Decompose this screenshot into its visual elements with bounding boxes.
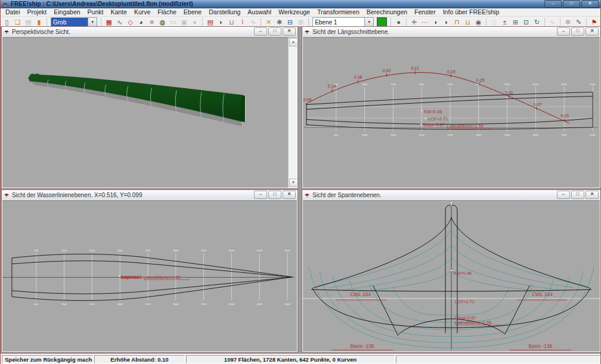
image-icon[interactable]: ⊡ (521, 17, 531, 27)
resistance-icon[interactable]: ⊔ (227, 17, 237, 27)
chevron-down-icon[interactable]: ▼ (364, 18, 373, 27)
exit-door-icon[interactable]: ▮ (34, 17, 44, 27)
pencil-icon[interactable]: ✎ (574, 17, 584, 27)
svg-text:1500: 1500 (391, 133, 396, 136)
view-scrollbar[interactable]: ▲ ▼ (288, 38, 297, 188)
menu-item[interactable]: Auswahl (244, 8, 275, 16)
lock-icon[interactable]: ⊓ (452, 17, 462, 27)
svg-text:KM=0.46: KM=0.46 (454, 270, 472, 276)
menu-item[interactable]: Punkt (84, 8, 107, 16)
minimize-button[interactable]: – (254, 27, 267, 36)
chevron-down-icon[interactable]: ▼ (88, 18, 97, 27)
svg-text:4000: 4000 (533, 83, 539, 86)
maximize-button[interactable]: □ (563, 0, 580, 8)
svg-text:5000: 5000 (284, 249, 290, 252)
grid-window-icon[interactable]: ⊞ (510, 17, 521, 27)
minimize-button[interactable]: – (557, 191, 570, 199)
menu-item[interactable]: Info über FREE!ship (439, 8, 503, 16)
scroll-down-icon[interactable]: ▼ (289, 179, 297, 187)
svg-text:Lateralfläche=1.55: Lateralfläche=1.55 (144, 275, 181, 280)
menu-item[interactable]: Eingaben (50, 8, 83, 16)
new-document-icon[interactable]: ▯ (2, 17, 12, 27)
menu-item[interactable]: Kante (107, 8, 130, 16)
svg-text:4000: 4000 (229, 303, 235, 306)
waterlines-titlebar[interactable]: Sicht der Wasserlinienebenen. X=0.516, Y… (2, 190, 298, 200)
close-button[interactable]: ✕ (585, 191, 599, 199)
minimize-button[interactable]: – (544, 0, 562, 8)
toolbar-separator (202, 18, 203, 27)
move-point-icon[interactable]: ✛ (409, 17, 419, 27)
open-folder-icon[interactable]: ❏ (13, 17, 23, 27)
profile-canvas[interactable]: 5005001000100015001500200020002500250030… (303, 37, 600, 188)
restore-button[interactable]: □ (268, 27, 281, 36)
hull-3d-render (2, 38, 289, 188)
hydrostatics-icon[interactable]: ◗ (216, 17, 226, 27)
close-button[interactable]: ✕ (585, 27, 599, 36)
lamp-icon[interactable]: ⚑ (589, 17, 599, 27)
close-button[interactable]: ✕ (581, 0, 599, 8)
profile-view-window[interactable]: Sicht der Längsschnittebene. – □ ✕ 50050… (302, 26, 601, 189)
menu-item[interactable]: Kurve (131, 8, 154, 16)
wireframe-icon[interactable]: ▦ (104, 17, 114, 27)
cut-icon[interactable]: ✕ (264, 17, 274, 27)
perspective-view-window[interactable]: Perspektivische Sicht. – □ ✕ (1, 26, 298, 189)
menu-item[interactable]: Fenster (411, 8, 439, 16)
add-plane-icon[interactable]: ± (500, 17, 510, 27)
lasso-icon[interactable]: ⌇ (237, 17, 247, 27)
menu-item[interactable]: Ebene (180, 8, 205, 16)
perspective-canvas[interactable]: ▲ ▼ (2, 37, 297, 188)
rotate-icon[interactable]: ↻ (532, 17, 542, 27)
layer-color-swatch[interactable] (377, 17, 387, 27)
blob-icon[interactable]: ● (394, 17, 404, 27)
profile-titlebar[interactable]: Sicht der Längsschnittebene. – □ ✕ (302, 27, 600, 36)
bodyplan-titlebar[interactable]: Sicht der Spantenebenen. – □ ✕ (302, 190, 600, 200)
waterlines-view-window[interactable]: Sicht der Wasserlinienebenen. X=0.516, Y… (1, 189, 298, 353)
report-icon[interactable]: ▤ (205, 17, 215, 27)
view-title: Sicht der Wasserlinienebenen. X=0.516, Y… (12, 192, 142, 198)
svg-text:4000: 4000 (533, 133, 539, 136)
view-logo-icon (4, 29, 10, 35)
svg-text:Lateralfläche=1.55: Lateralfläche=1.55 (455, 320, 492, 325)
dots-icon[interactable]: ⋯ (420, 17, 430, 27)
menu-item[interactable]: Darstellung (205, 8, 244, 16)
restore-button[interactable]: □ (268, 191, 281, 199)
layer-combo[interactable]: Ebene 1 ▼ (312, 17, 374, 27)
waterlines-canvas[interactable]: 5005001000100015001500200020002500250030… (2, 200, 297, 351)
wing-right-icon[interactable]: ◗ (441, 17, 451, 27)
star-icon[interactable]: ❊ (563, 17, 573, 27)
minimize-button[interactable]: – (254, 191, 267, 199)
monitor-icon[interactable]: ⊟ (285, 17, 295, 27)
minimize-button[interactable]: – (557, 27, 570, 36)
menu-item[interactable]: Transformieren (314, 8, 363, 16)
bodyplan-view-window[interactable]: Sicht der Spantenebenen. – □ ✕ (302, 189, 601, 353)
window-title: FREE!ship : C:\Users\Andreas\Desktop\unt… (11, 1, 193, 8)
main-titlebar[interactable]: FREE!ship : C:\Users\Andreas\Desktop\unt… (1, 0, 600, 8)
restore-button[interactable]: □ (571, 27, 584, 36)
window-controls: – □ ✕ (544, 0, 599, 8)
restore-button[interactable]: □ (571, 191, 584, 199)
svg-text:0.03: 0.03 (560, 114, 569, 118)
develop-icon[interactable]: ◇ (125, 17, 135, 27)
wing-left-icon[interactable]: ◖ (430, 17, 441, 27)
menu-item[interactable]: Fläche (154, 8, 180, 16)
svg-text:3000: 3000 (476, 133, 482, 136)
spline-icon[interactable]: ∿ (114, 17, 125, 27)
close-button[interactable]: ✕ (283, 27, 296, 36)
perspective-titlebar[interactable]: Perspektivische Sicht. – □ ✕ (2, 27, 298, 36)
grid-icon[interactable]: ⌗ (147, 17, 157, 27)
grab-icon[interactable]: ◉ (473, 17, 484, 27)
bodyplan-canvas[interactable]: CWL 164 CWL 164 Basis -136 Basis -136 KM… (303, 200, 600, 351)
mesh-sphere-icon[interactable]: ◍ (157, 17, 168, 27)
fan-icon[interactable]: ❋ (274, 17, 284, 27)
menu-item[interactable]: Projekt (24, 8, 51, 16)
menu-item[interactable]: Berechnungen (363, 8, 411, 16)
precision-combo[interactable]: Grob ▼ (51, 17, 97, 27)
menu-item[interactable]: Werkzeuge (275, 8, 314, 16)
svg-text:500: 500 (34, 303, 39, 306)
shade-icon[interactable]: ◕ (136, 17, 146, 27)
close-button[interactable]: ✕ (283, 191, 296, 199)
toolbar-separator (308, 18, 309, 27)
scroll-up-icon[interactable]: ▲ (289, 38, 297, 46)
menu-item[interactable]: Datei (2, 8, 24, 16)
unlock-icon[interactable]: ⊔ (463, 17, 473, 27)
